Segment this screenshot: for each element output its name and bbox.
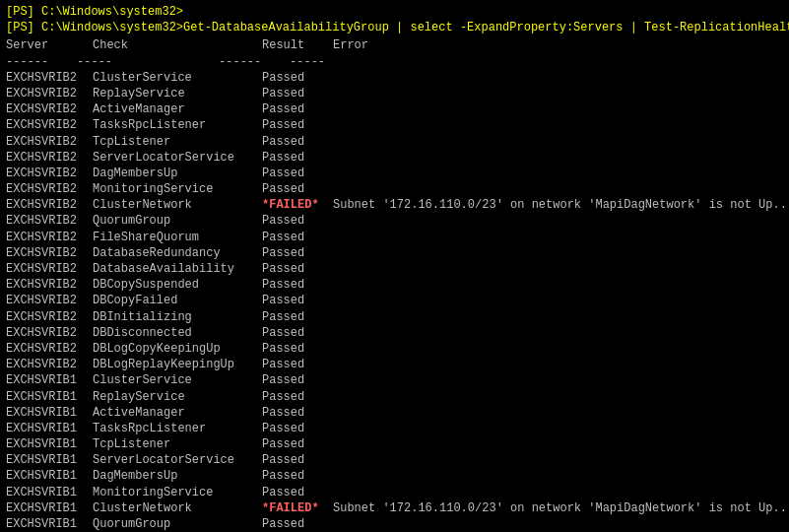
cell-error: Subnet '172.16.110.0/23' on network 'Map… bbox=[333, 500, 789, 516]
cell-result: Passed bbox=[262, 309, 333, 325]
cell-error bbox=[333, 101, 783, 117]
cell-server: EXCHSVRIB1 bbox=[6, 500, 93, 516]
cell-check: ActiveManager bbox=[93, 101, 262, 117]
header-check: Check bbox=[93, 37, 262, 53]
table-row: EXCHSVRIB2DBCopySuspendedPassed bbox=[6, 277, 783, 293]
cell-error bbox=[333, 485, 783, 500]
cell-error bbox=[333, 166, 783, 181]
cell-error bbox=[333, 277, 783, 293]
cell-check: ReplayService bbox=[93, 389, 262, 405]
table-row: EXCHSVRIB1TcpListenerPassed bbox=[6, 436, 783, 452]
table-row: EXCHSVRIB1DagMembersUpPassed bbox=[6, 468, 783, 484]
cell-result: Passed bbox=[262, 485, 333, 500]
table-row: EXCHSVRIB2ServerLocatorServicePassed bbox=[6, 150, 783, 166]
cell-server: EXCHSVRIB2 bbox=[6, 150, 93, 166]
cell-result: *FAILED* bbox=[262, 197, 333, 213]
table-row: EXCHSVRIB2DBInitializingPassed bbox=[6, 309, 783, 325]
table-body: EXCHSVRIB2ClusterServicePassedEXCHSVRIB2… bbox=[6, 70, 783, 532]
cell-error bbox=[333, 245, 783, 261]
cell-error bbox=[333, 452, 783, 468]
cell-server: EXCHSVRIB2 bbox=[6, 117, 93, 133]
cell-check: ClusterService bbox=[93, 372, 262, 388]
table-row: EXCHSVRIB1ReplayServicePassed bbox=[6, 389, 783, 405]
cell-check: QuorumGroup bbox=[93, 213, 262, 229]
cell-server: EXCHSVRIB2 bbox=[6, 341, 93, 357]
table-row: EXCHSVRIB1ClusterServicePassed bbox=[6, 372, 783, 388]
cell-check: ServerLocatorService bbox=[93, 150, 262, 166]
cell-error bbox=[333, 230, 783, 245]
cell-check: DBDisconnected bbox=[93, 325, 262, 341]
cell-error bbox=[333, 436, 783, 452]
cell-result: Passed bbox=[262, 101, 333, 117]
table-row: EXCHSVRIB2DBCopyFailedPassed bbox=[6, 293, 783, 308]
table-row: EXCHSVRIB1ClusterNetwork*FAILED*Subnet '… bbox=[6, 500, 783, 516]
table-row: EXCHSVRIB2ClusterNetwork*FAILED*Subnet '… bbox=[6, 197, 783, 213]
cell-error bbox=[333, 261, 783, 277]
cell-error bbox=[333, 181, 783, 197]
cell-result: Passed bbox=[262, 341, 333, 357]
cell-error bbox=[333, 389, 783, 405]
cell-error bbox=[333, 421, 783, 436]
cell-result: Passed bbox=[262, 134, 333, 150]
table-row: EXCHSVRIB2QuorumGroupPassed bbox=[6, 213, 783, 229]
cell-error bbox=[333, 117, 783, 133]
table-row: EXCHSVRIB2ClusterServicePassed bbox=[6, 70, 783, 86]
cell-server: EXCHSVRIB2 bbox=[6, 277, 93, 293]
cell-check: DBInitializing bbox=[93, 309, 262, 325]
cell-result: Passed bbox=[262, 261, 333, 277]
cell-server: EXCHSVRIB2 bbox=[6, 86, 93, 101]
header-server: Server bbox=[6, 37, 93, 53]
cell-error bbox=[333, 70, 783, 86]
header-result: Result bbox=[262, 37, 333, 53]
cell-result: Passed bbox=[262, 468, 333, 484]
table-row: EXCHSVRIB1QuorumGroupPassed bbox=[6, 516, 783, 532]
header-error: Error bbox=[333, 37, 783, 53]
table-header: Server Check Result Error bbox=[6, 37, 783, 53]
cell-result: Passed bbox=[262, 436, 333, 452]
cell-server: EXCHSVRIB2 bbox=[6, 357, 93, 372]
cell-check: ClusterNetwork bbox=[93, 500, 262, 516]
cell-check: DBCopySuspended bbox=[93, 277, 262, 293]
cell-check: QuorumGroup bbox=[93, 516, 262, 532]
table-row: EXCHSVRIB2DBDisconnectedPassed bbox=[6, 325, 783, 341]
cell-error bbox=[333, 468, 783, 484]
cell-result: Passed bbox=[262, 293, 333, 308]
table-row: EXCHSVRIB2DagMembersUpPassed bbox=[6, 166, 783, 181]
cell-result: Passed bbox=[262, 389, 333, 405]
cell-server: EXCHSVRIB2 bbox=[6, 134, 93, 150]
cell-check: MonitoringService bbox=[93, 485, 262, 500]
cell-error bbox=[333, 405, 783, 421]
cell-check: ActiveManager bbox=[93, 405, 262, 421]
cell-error bbox=[333, 357, 783, 372]
cell-server: EXCHSVRIB1 bbox=[6, 485, 93, 500]
cell-result: *FAILED* bbox=[262, 500, 333, 516]
cell-result: Passed bbox=[262, 181, 333, 197]
table-row: EXCHSVRIB2TcpListenerPassed bbox=[6, 134, 783, 150]
cell-error bbox=[333, 293, 783, 308]
cell-check: DatabaseRedundancy bbox=[93, 245, 262, 261]
cell-error bbox=[333, 213, 783, 229]
cell-error bbox=[333, 372, 783, 388]
cell-server: EXCHSVRIB1 bbox=[6, 372, 93, 388]
cell-server: EXCHSVRIB1 bbox=[6, 452, 93, 468]
cell-server: EXCHSVRIB2 bbox=[6, 70, 93, 86]
cell-result: Passed bbox=[262, 405, 333, 421]
table-row: EXCHSVRIB2FileShareQuorumPassed bbox=[6, 230, 783, 245]
cell-result: Passed bbox=[262, 516, 333, 532]
table-row: EXCHSVRIB2DatabaseRedundancyPassed bbox=[6, 245, 783, 261]
output-table: Server Check Result Error ------ ----- -… bbox=[6, 37, 783, 532]
cell-server: EXCHSVRIB2 bbox=[6, 325, 93, 341]
table-row: EXCHSVRIB2DBLogReplayKeepingUpPassed bbox=[6, 357, 783, 372]
cell-check: ClusterService bbox=[93, 70, 262, 86]
cell-error bbox=[333, 341, 783, 357]
cell-server: EXCHSVRIB2 bbox=[6, 101, 93, 117]
cell-check: DBLogCopyKeepingUp bbox=[93, 341, 262, 357]
cell-server: EXCHSVRIB2 bbox=[6, 166, 93, 181]
cell-error bbox=[333, 150, 783, 166]
cell-result: Passed bbox=[262, 230, 333, 245]
table-row: EXCHSVRIB1ServerLocatorServicePassed bbox=[6, 452, 783, 468]
cell-server: EXCHSVRIB1 bbox=[6, 516, 93, 532]
cell-check: TcpListener bbox=[93, 436, 262, 452]
table-row: EXCHSVRIB2MonitoringServicePassed bbox=[6, 181, 783, 197]
cell-server: EXCHSVRIB1 bbox=[6, 405, 93, 421]
